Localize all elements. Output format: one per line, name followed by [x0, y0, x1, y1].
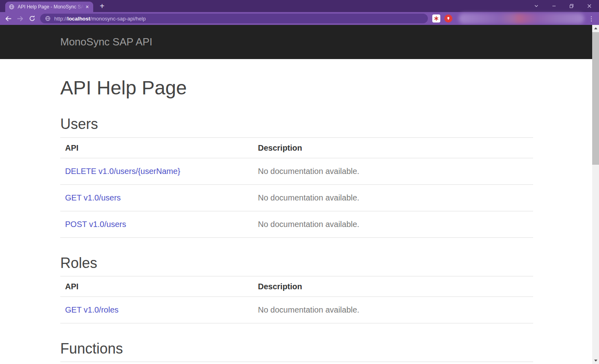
back-button-icon[interactable] [4, 14, 12, 22]
table-row: DELETE v1.0/users/{userName} No document… [60, 158, 533, 184]
lastpass-extension-icon[interactable] [432, 14, 440, 22]
scrollbar-thumb[interactable] [592, 32, 599, 165]
browser-tab[interactable]: API Help Page - MonoSync SAP A × [5, 2, 93, 12]
api-description: No documentation available. [253, 158, 533, 184]
blurred-profile-area[interactable] [459, 13, 584, 24]
roles-api-table: API Description GET v1.0/roles No docume… [60, 276, 533, 323]
tab-title: API Help Page - MonoSync SAP A [18, 4, 84, 10]
url-scheme: http:// [54, 16, 67, 22]
browser-menu-icon[interactable]: ⋮ [587, 14, 595, 23]
section-heading-roles: Roles [60, 255, 533, 271]
page-viewport: MonoSync SAP API API Help Page Users API… [0, 25, 592, 364]
api-link-post-users[interactable]: POST v1.0/users [65, 220, 126, 229]
reload-button-icon[interactable] [28, 14, 36, 22]
url-host: localhost [67, 16, 90, 22]
scrollbar-up-arrow-icon[interactable] [592, 25, 599, 32]
minimize-icon[interactable] [545, 0, 563, 12]
site-info-globe-icon[interactable] [45, 16, 51, 21]
scrollbar-down-arrow-icon[interactable] [592, 357, 599, 364]
section-heading-functions: Functions [60, 340, 533, 357]
functions-table-top-border [60, 362, 533, 362]
page-title: API Help Page [60, 77, 533, 99]
address-bar[interactable]: http://localhost/monosync-sap-api/help [40, 14, 428, 23]
api-description: No documentation available. [253, 184, 533, 211]
browser-titlebar: API Help Page - MonoSync SAP A × + [0, 0, 599, 12]
column-header-api: API [60, 276, 253, 297]
window-controls [527, 0, 598, 12]
column-header-api: API [60, 137, 253, 158]
table-header-row: API Description [60, 276, 533, 297]
url-text: http://localhost/monosync-sap-api/help [54, 16, 146, 22]
api-link-get-users[interactable]: GET v1.0/users [65, 193, 121, 202]
table-row: GET v1.0/users No documentation availabl… [60, 184, 533, 211]
column-header-description: Description [253, 276, 533, 297]
vertical-scrollbar[interactable] [592, 25, 599, 364]
globe-favicon-icon [9, 4, 14, 10]
table-row: GET v1.0/roles No documentation availabl… [60, 297, 533, 323]
table-row: POST v1.0/users No documentation availab… [60, 211, 533, 237]
tab-close-icon[interactable]: × [84, 4, 90, 10]
close-icon[interactable] [581, 0, 598, 12]
tab-search-chevron-icon[interactable] [527, 0, 545, 12]
site-navbar: MonoSync SAP API [0, 25, 592, 59]
api-link-get-roles[interactable]: GET v1.0/roles [65, 305, 119, 314]
api-link-delete-users[interactable]: DELETE v1.0/users/{userName} [65, 167, 180, 176]
browser-toolbar: http://localhost/monosync-sap-api/help ⋮ [0, 12, 599, 25]
section-heading-users: Users [60, 116, 533, 132]
browser-window: API Help Page - MonoSync SAP A × + [0, 0, 599, 364]
column-header-description: Description [253, 137, 533, 158]
restore-icon[interactable] [563, 0, 581, 12]
page-content: API Help Page Users API Description DELE… [0, 77, 533, 362]
url-path: /monosync-sap-api/help [90, 16, 146, 22]
bulb-extension-icon[interactable] [444, 14, 452, 22]
new-tab-button[interactable]: + [97, 1, 107, 11]
navbar-brand[interactable]: MonoSync SAP API [0, 25, 152, 59]
api-description: No documentation available. [253, 211, 533, 237]
forward-button-icon[interactable] [16, 14, 24, 22]
api-description: No documentation available. [253, 297, 533, 323]
table-header-row: API Description [60, 137, 533, 158]
users-api-table: API Description DELETE v1.0/users/{userN… [60, 137, 533, 238]
